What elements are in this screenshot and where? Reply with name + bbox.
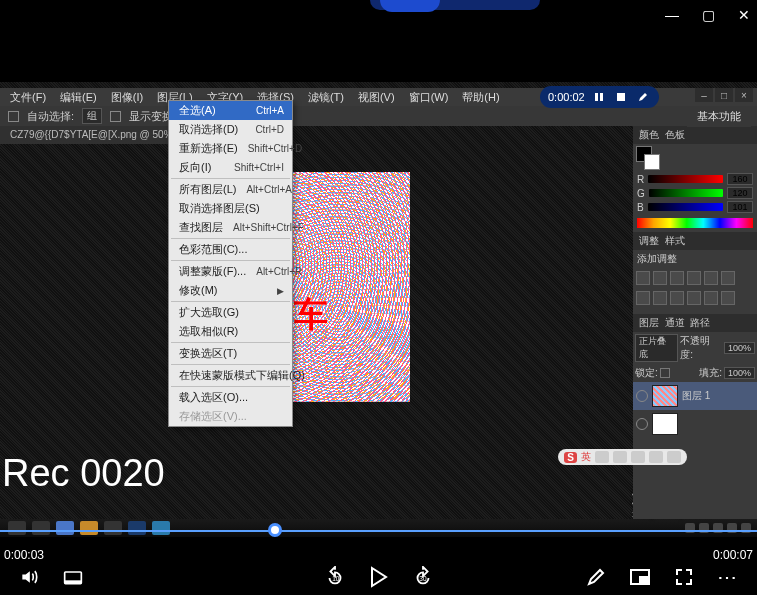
- paths-tab[interactable]: 路径: [690, 317, 710, 328]
- r-slider[interactable]: [648, 175, 723, 183]
- ps-close-button[interactable]: ×: [735, 88, 753, 102]
- rewind-10-button[interactable]: 10: [324, 566, 346, 588]
- menu-view[interactable]: 视图(V): [352, 88, 401, 107]
- ime-chip[interactable]: [595, 451, 609, 463]
- ps-restore-button[interactable]: □: [715, 88, 733, 102]
- ime-chip[interactable]: [649, 451, 663, 463]
- ime-chip[interactable]: [667, 451, 681, 463]
- svg-rect-1: [600, 93, 603, 101]
- r-value[interactable]: [727, 173, 753, 185]
- adj-icon[interactable]: [721, 271, 735, 285]
- g-slider[interactable]: [649, 189, 723, 197]
- show-transform-checkbox[interactable]: [110, 111, 121, 122]
- seek-knob[interactable]: [268, 523, 282, 537]
- photoshop-options-bar: 自动选择: 组 显示变换控件: [0, 106, 757, 126]
- adj-icon[interactable]: [653, 271, 667, 285]
- svg-rect-8: [640, 577, 648, 583]
- menu-item[interactable]: 全选(A)Ctrl+A: [169, 101, 292, 120]
- fill-value[interactable]: 100%: [724, 367, 755, 379]
- ime-mode[interactable]: 英: [581, 450, 591, 464]
- volume-button[interactable]: [18, 566, 40, 588]
- workspace-switcher[interactable]: 基本功能: [687, 106, 751, 127]
- menu-image[interactable]: 图像(I): [105, 88, 149, 107]
- menu-edit[interactable]: 编辑(E): [54, 88, 103, 107]
- menu-filter[interactable]: 滤镜(T): [302, 88, 350, 107]
- swatches-panel-tab[interactable]: 色板: [665, 129, 685, 140]
- recorder-edit-button[interactable]: [635, 89, 651, 105]
- svg-rect-2: [617, 93, 625, 101]
- adj-icon[interactable]: [636, 291, 650, 305]
- adj-icon[interactable]: [670, 291, 684, 305]
- menu-item[interactable]: 反向(I)Shift+Ctrl+I: [169, 158, 292, 177]
- ps-minimize-button[interactable]: –: [695, 88, 713, 102]
- auto-select-checkbox[interactable]: [8, 111, 19, 122]
- layer-thumbnail[interactable]: [652, 385, 678, 407]
- opacity-value[interactable]: 100%: [724, 342, 755, 354]
- lock-label: 锁定:: [635, 366, 658, 380]
- edit-button[interactable]: [585, 566, 607, 588]
- menu-item[interactable]: 载入选区(O)...: [169, 388, 292, 407]
- color-panel-tab[interactable]: 颜色: [639, 129, 659, 140]
- layers-tab[interactable]: 图层: [639, 317, 659, 328]
- adj-icon[interactable]: [721, 291, 735, 305]
- ime-chip[interactable]: [613, 451, 627, 463]
- lock-icon[interactable]: [660, 368, 670, 378]
- layer-thumbnail[interactable]: [652, 413, 678, 435]
- current-time: 0:00:03: [4, 548, 44, 562]
- fullscreen-button[interactable]: [673, 566, 695, 588]
- adjustments-tab[interactable]: 调整: [639, 235, 659, 246]
- b-slider[interactable]: [648, 203, 723, 211]
- adjustment-presets-row2: [633, 288, 757, 308]
- layer-name[interactable]: 图层 1: [682, 389, 710, 403]
- b-value[interactable]: [727, 201, 753, 213]
- blend-mode-select[interactable]: 正片叠底: [635, 334, 678, 362]
- menu-item[interactable]: 色彩范围(C)...: [169, 240, 292, 259]
- menu-item[interactable]: 在快速蒙版模式下编辑(Q): [169, 366, 292, 385]
- menu-item[interactable]: 修改(M)▶: [169, 281, 292, 300]
- more-button[interactable]: ⋯: [717, 566, 739, 588]
- menu-item[interactable]: 所有图层(L)Alt+Ctrl+A: [169, 180, 292, 199]
- adj-icon[interactable]: [704, 291, 718, 305]
- forward-30-button[interactable]: 30: [412, 566, 434, 588]
- foreground-background-swatch[interactable]: [636, 146, 660, 170]
- menu-item[interactable]: 取消选择(D)Ctrl+D: [169, 120, 292, 139]
- adj-icon[interactable]: [653, 291, 667, 305]
- layer-visibility-icon[interactable]: [636, 390, 648, 402]
- captions-button[interactable]: [62, 566, 84, 588]
- menu-file[interactable]: 文件(F): [4, 88, 52, 107]
- recorder-pause-button[interactable]: [591, 89, 607, 105]
- window-maximize-button[interactable]: ▢: [699, 6, 717, 24]
- adj-icon[interactable]: [704, 271, 718, 285]
- menu-window[interactable]: 窗口(W): [403, 88, 455, 107]
- menu-item[interactable]: 调整蒙版(F)...Alt+Ctrl+R: [169, 262, 292, 281]
- ime-chip[interactable]: [631, 451, 645, 463]
- g-value[interactable]: [727, 187, 753, 199]
- adj-icon[interactable]: [687, 291, 701, 305]
- channels-tab[interactable]: 通道: [665, 317, 685, 328]
- play-button[interactable]: [368, 566, 390, 588]
- menu-item[interactable]: 取消选择图层(S): [169, 199, 292, 218]
- menu-item[interactable]: 查找图层Alt+Shift+Ctrl+F: [169, 218, 292, 237]
- menu-item[interactable]: 重新选择(E)Shift+Ctrl+D: [169, 139, 292, 158]
- r-label: R: [637, 174, 644, 185]
- layer-row[interactable]: [633, 410, 757, 438]
- seek-bar[interactable]: [0, 526, 757, 536]
- recorder-stop-button[interactable]: [613, 89, 629, 105]
- adj-icon[interactable]: [636, 271, 650, 285]
- svg-text:10: 10: [332, 575, 340, 582]
- layer-visibility-icon[interactable]: [636, 418, 648, 430]
- window-minimize-button[interactable]: —: [663, 6, 681, 24]
- menu-item[interactable]: 变换选区(T): [169, 344, 292, 363]
- styles-tab[interactable]: 样式: [665, 235, 685, 246]
- auto-select-dropdown[interactable]: 组: [82, 108, 102, 124]
- window-close-button[interactable]: ✕: [735, 6, 753, 24]
- menu-item[interactable]: 扩大选取(G): [169, 303, 292, 322]
- adj-icon[interactable]: [670, 271, 684, 285]
- menu-item[interactable]: 选取相似(R): [169, 322, 292, 341]
- hue-strip[interactable]: [637, 218, 753, 228]
- ime-toolbar[interactable]: S 英: [558, 449, 687, 465]
- mini-player-button[interactable]: [629, 566, 651, 588]
- adj-icon[interactable]: [687, 271, 701, 285]
- layer-row[interactable]: 图层 1: [633, 382, 757, 410]
- menu-help[interactable]: 帮助(H): [456, 88, 505, 107]
